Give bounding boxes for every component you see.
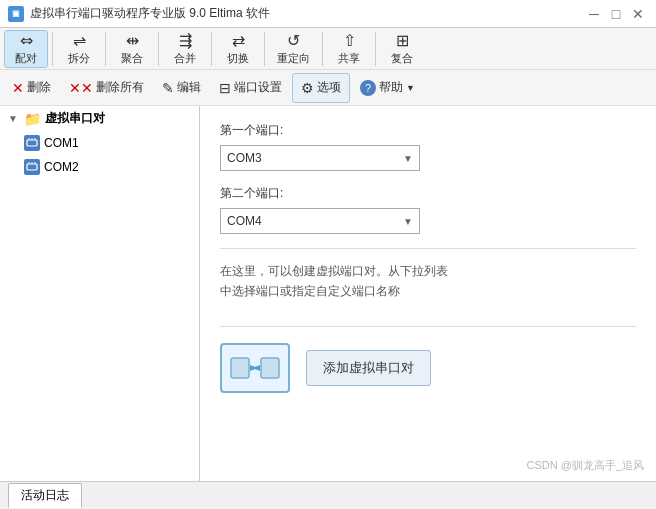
port-icon-container: [220, 343, 290, 393]
second-port-arrow: ▼: [403, 216, 413, 227]
delete-button[interactable]: ✕ 删除: [4, 73, 59, 103]
aggregate-icon: ⇹: [126, 31, 139, 50]
delete-all-button[interactable]: ✕✕ 删除所有: [61, 73, 152, 103]
options-label: 选项: [317, 79, 341, 96]
help-dropdown-icon: ▼: [406, 83, 415, 93]
expand-icon: ▼: [8, 113, 20, 124]
toolbar-redirect-button[interactable]: ↺ 重定向: [269, 30, 318, 68]
share-label: 共享: [338, 51, 360, 66]
tree-item-com2[interactable]: COM2: [0, 155, 199, 179]
minimize-button[interactable]: ─: [584, 4, 604, 24]
svg-rect-4: [27, 164, 37, 170]
edit-button[interactable]: ✎ 编辑: [154, 73, 209, 103]
separator: [211, 32, 212, 66]
divider1: [220, 248, 636, 249]
toolbar-share-button[interactable]: ⇧ 共享: [327, 30, 371, 68]
second-port-label: 第二个端口:: [220, 185, 636, 202]
pair-label: 配对: [15, 51, 37, 66]
toolbar-main: ⇔ 配对 ⇌ 拆分 ⇹ 聚合 ⇶ 合并 ⇄ 切换 ↺ 重定向 ⇧ 共享 ⊞ 复合: [0, 28, 656, 70]
delete-all-icon: ✕✕: [69, 80, 93, 96]
first-port-select[interactable]: COM3 ▼: [220, 145, 420, 171]
tree-panel: ▼ 📁 虚拟串口对 COM1: [0, 106, 200, 481]
second-port-select[interactable]: COM4 ▼: [220, 208, 420, 234]
pair-icon: ⇔: [20, 31, 33, 50]
main-layout: ▼ 📁 虚拟串口对 COM1: [0, 106, 656, 481]
redirect-icon: ↺: [287, 31, 300, 50]
merge-icon: ⇶: [179, 31, 192, 50]
port-settings-button[interactable]: ⊟ 端口设置: [211, 73, 290, 103]
separator: [375, 32, 376, 66]
port-settings-icon: ⊟: [219, 80, 231, 96]
toolbar-split-button[interactable]: ⇌ 拆分: [57, 30, 101, 68]
toolbar-merge-button[interactable]: ⇶ 合并: [163, 30, 207, 68]
port-arrows-icon: [230, 350, 280, 386]
split-label: 拆分: [68, 51, 90, 66]
toolbar-aggregate-button[interactable]: ⇹ 聚合: [110, 30, 154, 68]
com1-icon: [24, 135, 40, 151]
svg-rect-9: [261, 358, 279, 378]
first-port-label: 第一个端口:: [220, 122, 636, 139]
com2-icon: [24, 159, 40, 175]
close-button[interactable]: ✕: [628, 4, 648, 24]
aggregate-label: 聚合: [121, 51, 143, 66]
help-button[interactable]: ? 帮助 ▼: [352, 73, 423, 103]
status-bar: 活动日志: [0, 481, 656, 509]
edit-label: 编辑: [177, 79, 201, 96]
toolbar-pair-button[interactable]: ⇔ 配对: [4, 30, 48, 68]
title-bar-left: ▣ 虚拟串行端口驱动程序专业版 9.0 Eltima 软件: [8, 5, 270, 22]
composite-label: 复合: [391, 51, 413, 66]
com1-label: COM1: [44, 136, 79, 150]
help-label: 帮助: [379, 79, 403, 96]
form-panel: 第一个端口: COM3 ▼ 第二个端口: COM4 ▼ 在这里，可以创建虚拟端口…: [200, 106, 656, 481]
tree-item-com1[interactable]: COM1: [0, 131, 199, 155]
separator: [264, 32, 265, 66]
app-title: 虚拟串行端口驱动程序专业版 9.0 Eltima 软件: [30, 5, 270, 22]
toolbar-switch-button[interactable]: ⇄ 切换: [216, 30, 260, 68]
first-port-value: COM3: [227, 151, 262, 165]
options-button[interactable]: ⚙ 选项: [292, 73, 350, 103]
separator: [105, 32, 106, 66]
tree-root[interactable]: ▼ 📁 虚拟串口对: [0, 106, 199, 131]
delete-label: 删除: [27, 79, 51, 96]
maximize-button[interactable]: □: [606, 4, 626, 24]
help-icon: ?: [360, 80, 376, 96]
add-virtual-pair-button[interactable]: 添加虚拟串口对: [306, 350, 431, 386]
switch-label: 切换: [227, 51, 249, 66]
toolbar-secondary: ✕ 删除 ✕✕ 删除所有 ✎ 编辑 ⊟ 端口设置 ⚙ 选项 ? 帮助 ▼: [0, 70, 656, 106]
add-area: 添加虚拟串口对: [220, 326, 636, 393]
separator: [158, 32, 159, 66]
app-icon: ▣: [8, 6, 24, 22]
redirect-label: 重定向: [277, 51, 310, 66]
split-icon: ⇌: [73, 31, 86, 50]
switch-icon: ⇄: [232, 31, 245, 50]
port-settings-label: 端口设置: [234, 79, 282, 96]
svg-rect-0: [27, 140, 37, 146]
second-port-value: COM4: [227, 214, 262, 228]
tree-root-label: 虚拟串口对: [45, 110, 105, 127]
share-icon: ⇧: [343, 31, 356, 50]
options-icon: ⚙: [301, 80, 314, 96]
separator: [322, 32, 323, 66]
first-port-arrow: ▼: [403, 153, 413, 164]
delete-all-label: 删除所有: [96, 79, 144, 96]
svg-marker-11: [252, 365, 260, 371]
root-folder-icon: 📁: [24, 111, 41, 127]
description-text: 在这里，可以创建虚拟端口对。从下拉列表中选择端口或指定自定义端口名称: [220, 261, 636, 302]
window-controls: ─ □ ✕: [584, 4, 648, 24]
delete-icon: ✕: [12, 80, 24, 96]
edit-icon: ✎: [162, 80, 174, 96]
com2-label: COM2: [44, 160, 79, 174]
toolbar-composite-button[interactable]: ⊞ 复合: [380, 30, 424, 68]
watermark: CSDN @驯龙高手_追风: [526, 458, 644, 473]
svg-rect-8: [231, 358, 249, 378]
composite-icon: ⊞: [396, 31, 409, 50]
separator: [52, 32, 53, 66]
merge-label: 合并: [174, 51, 196, 66]
title-bar: ▣ 虚拟串行端口驱动程序专业版 9.0 Eltima 软件 ─ □ ✕: [0, 0, 656, 28]
activity-log-tab[interactable]: 活动日志: [8, 483, 82, 508]
